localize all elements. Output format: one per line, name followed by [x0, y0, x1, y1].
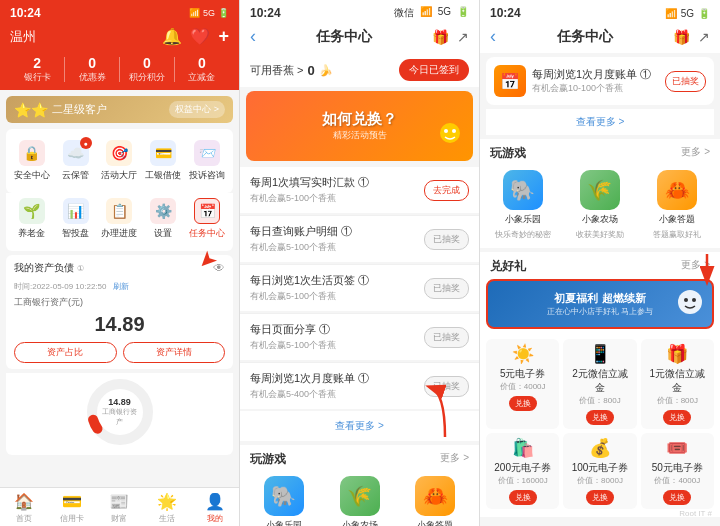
- share-icon[interactable]: ↗: [457, 29, 469, 45]
- asset-detail-btn[interactable]: 资产详情: [123, 342, 226, 363]
- donut-label: 14.89 工商银行资产: [102, 397, 137, 427]
- nav-item-life[interactable]: 🌟 生活: [143, 492, 191, 524]
- exchange-item-5[interactable]: 🎟️ 50元电子券 价值：4000J 兑换: [641, 433, 714, 509]
- menu-item-invest[interactable]: 📊 智投盘: [54, 193, 98, 245]
- refresh-btn[interactable]: 刷新: [113, 282, 129, 291]
- menu-item-complaint[interactable]: 📨 投诉咨询: [185, 135, 229, 187]
- exchange-item-3[interactable]: 🛍️ 200元电子券 价值：16000J 兑换: [486, 433, 559, 509]
- nav-item-wealth[interactable]: 📰 财富: [96, 492, 144, 524]
- p3-draw-btn[interactable]: 已抽奖: [665, 71, 706, 92]
- svg-point-6: [678, 290, 702, 314]
- p3-gift-icon[interactable]: 🎁: [673, 29, 690, 45]
- menu-item-progress[interactable]: 📋 办理进度: [98, 193, 142, 245]
- exchange-val-3: 200元电子券: [490, 461, 555, 475]
- p2-game-elephant[interactable]: 🐘 小象乐园: [246, 476, 322, 526]
- p2-banner[interactable]: 如何兑换？ 精彩活动预告: [246, 91, 473, 161]
- p1-bottom-nav: 🏠 首页 💳 信用卡 📰 财富 🌟 生活 👤 我的: [0, 487, 239, 526]
- p3-header-icons: 🎁 ↗: [673, 29, 710, 45]
- task-0-title: 每周1次填写实时汇款 ①: [250, 175, 424, 190]
- task-3-btn[interactable]: 已抽奖: [424, 327, 469, 348]
- vip-equity-btn[interactable]: 权益中心 >: [169, 101, 225, 118]
- p1-assets-title-text: 我的资产负债 ①: [14, 261, 84, 275]
- network-badge: 5G: [203, 8, 215, 18]
- task-1-btn[interactable]: 已抽奖: [424, 229, 469, 250]
- p1-vip-left: ⭐⭐ 二星级客户: [14, 102, 107, 118]
- p3-share-icon[interactable]: ↗: [698, 29, 710, 45]
- nav-item-home[interactable]: 🏠 首页: [0, 492, 48, 524]
- menu-item-taskcenter[interactable]: 📅 任务中心: [185, 193, 229, 245]
- task-2-btn[interactable]: 已抽奖: [424, 278, 469, 299]
- exchange-item-0[interactable]: ☀️ 5元电子券 价值：4000J 兑换: [486, 339, 559, 429]
- p2-see-more[interactable]: 查看更多 >: [240, 411, 479, 441]
- p3-game-farm[interactable]: 🌾 小象农场 收获美好奖励: [563, 170, 636, 240]
- p1-score-bank[interactable]: 2 银行卡: [10, 55, 64, 84]
- menu-item-activity[interactable]: 🎯 活动大厅: [98, 135, 142, 187]
- svg-point-4: [452, 129, 456, 133]
- p3-back-btn[interactable]: ‹: [490, 26, 496, 47]
- p1-status-bar: 10:24 📶 5G 🔋: [10, 6, 229, 20]
- menu-item-credit[interactable]: 💳 工银借使: [141, 135, 185, 187]
- gift-icon[interactable]: 🎁: [432, 29, 449, 45]
- p3-game-quiz[interactable]: 🦀 小象答题 答题赢取好礼: [641, 170, 714, 240]
- p1-score-points[interactable]: 0 积分积分: [120, 55, 174, 84]
- p3-game-elephant[interactable]: 🐘 小象乐园 快乐奇妙的秘密: [486, 170, 559, 240]
- security-icon: 🔒: [19, 140, 45, 166]
- bell-icon[interactable]: 🔔: [162, 27, 182, 46]
- menu-item-cloud[interactable]: ☁️ ● 云保管: [54, 135, 98, 187]
- menu-item-settings[interactable]: ⚙️ 设置: [141, 193, 185, 245]
- exchange-btn-2[interactable]: 兑换: [663, 410, 691, 425]
- exchange-btn-4[interactable]: 兑换: [586, 490, 614, 505]
- exchange-btn-3[interactable]: 兑换: [509, 490, 537, 505]
- p1-vip-bar[interactable]: ⭐⭐ 二星级客户 权益中心 >: [6, 96, 233, 123]
- task-0-btn[interactable]: 去完成: [424, 180, 469, 201]
- exchange-item-4[interactable]: 💰 100元电子券 价值：8000J 兑换: [563, 433, 636, 509]
- asset-ratio-btn[interactable]: 资产占比: [14, 342, 117, 363]
- p1-menu-row2: 🌱 养老金 📊 智投盘 📋 办理进度 ⚙️ 设置 📅 任务中心: [6, 193, 233, 251]
- p1-city[interactable]: 温州: [10, 28, 36, 46]
- p2-banner-mascot: [435, 121, 465, 155]
- p1-menu-row1: 🔒 安全中心 ☁️ ● 云保管 🎯 活动大厅 💳 工银借使 📨 投诉咨询: [6, 129, 233, 193]
- p2-game-farm[interactable]: 🌾 小象农场: [322, 476, 398, 526]
- p1-assets-section: 我的资产负债 ① 👁 时间:2022-05-09 10:22:50 刷新 工商银…: [6, 255, 233, 369]
- p1-header: 10:24 📶 5G 🔋 温州 🔔 ❤️ +: [0, 0, 239, 53]
- heart-icon[interactable]: ❤️: [190, 27, 210, 46]
- p2-games-grid: 🐘 小象乐园 🌾 小象农场 🦀 小象答题: [240, 472, 479, 526]
- nav-item-creditcard[interactable]: 💳 信用卡: [48, 492, 96, 524]
- p2-back-btn[interactable]: ‹: [250, 26, 256, 47]
- menu-item-pension[interactable]: 🌱 养老金: [10, 193, 54, 245]
- nav-item-mine[interactable]: 👤 我的: [191, 492, 239, 524]
- p3-games-title: 玩游戏: [490, 145, 526, 162]
- p3-exchange-more[interactable]: 更多 >: [681, 258, 710, 275]
- bank-asset-label: 工商银行资产(元): [14, 296, 225, 309]
- p3-see-more[interactable]: 查看更多 >: [486, 109, 714, 135]
- exchange-icon-1: 📱: [567, 343, 632, 365]
- p3-signal: 📶: [665, 8, 677, 19]
- p2-signal: 📶: [420, 6, 432, 20]
- exchange-btn-5[interactable]: 兑换: [663, 490, 691, 505]
- p3-weekly-content: 每周浏览1次月度账单 ① 有机会赢10-100个香蕉: [532, 67, 659, 95]
- task-item-3: 每日页面分享 ① 有机会赢5-100个香蕉 已抽奖: [240, 314, 479, 360]
- vip-label: 二星级客户: [52, 102, 107, 117]
- add-icon[interactable]: +: [218, 26, 229, 47]
- banana-label: 可用香蕉 >: [250, 63, 303, 78]
- p2-banana-left[interactable]: 可用香蕉 > 0 🍌: [250, 63, 333, 78]
- exchange-btn-0[interactable]: 兑换: [509, 396, 537, 411]
- task-4-btn[interactable]: 已抽奖: [424, 376, 469, 397]
- menu-item-security[interactable]: 🔒 安全中心: [10, 135, 54, 187]
- p1-time: 10:24: [10, 6, 41, 20]
- quiz-game-name: 小象答题: [417, 519, 453, 526]
- p1-score-coupon[interactable]: 0 优惠券: [65, 55, 119, 84]
- exchange-item-2[interactable]: 🎁 1元微信立减金 价值：800J 兑换: [641, 339, 714, 429]
- creditcard-icon: 💳: [62, 492, 82, 511]
- p2-checkin-btn[interactable]: 今日已签到: [399, 59, 469, 81]
- p3-games-more[interactable]: 更多 >: [681, 145, 710, 162]
- p2-header: 10:24 微信 📶 5G 🔋 ‹ 任务中心 🎁 ↗: [240, 0, 479, 53]
- task-item-0: 每周1次填写实时汇款 ① 有机会赢5-100个香蕉 去完成: [240, 167, 479, 213]
- p2-game-quiz[interactable]: 🦀 小象答题: [397, 476, 473, 526]
- exchange-icon-2: 🎁: [645, 343, 710, 365]
- exchange-item-1[interactable]: 📱 2元微信立减金 价值：800J 兑换: [563, 339, 636, 429]
- p2-games-more[interactable]: 更多 >: [440, 451, 469, 468]
- exchange-btn-1[interactable]: 兑换: [586, 410, 614, 425]
- p1-score-reduce[interactable]: 0 立减金: [175, 55, 229, 84]
- p3-promo-banner[interactable]: 初夏福利 超燃续新 正在心中小店手好礼 马上参与: [486, 279, 714, 329]
